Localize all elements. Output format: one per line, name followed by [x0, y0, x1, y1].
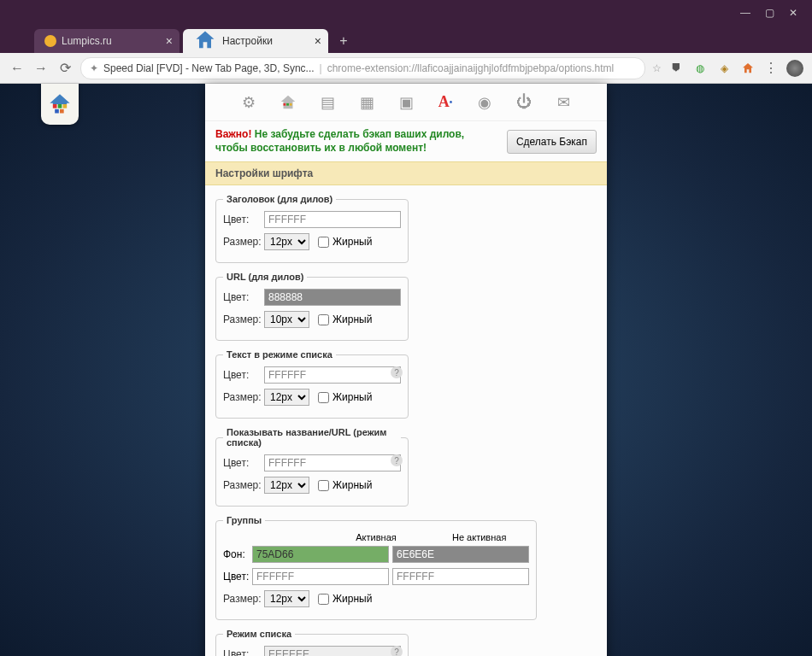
page-viewport: ⚙ ▤ ▦ ▣ A• ◉ ⏻ ✉ Важно! Не забудьте сдел…	[0, 84, 812, 656]
url-bold-checkbox[interactable]	[318, 314, 329, 325]
home-icon	[193, 28, 217, 55]
fieldset-show-title: Показывать название/URL (режим списка) ?…	[215, 427, 409, 507]
section-title: Настройки шрифта	[205, 161, 607, 185]
heading-color-input[interactable]	[264, 211, 401, 228]
heading-bold-checkbox[interactable]	[318, 237, 329, 248]
color-label: Цвет:	[223, 457, 261, 469]
favicon-icon	[44, 35, 56, 47]
avatar[interactable]	[786, 60, 803, 77]
backup-button[interactable]: Сделать Бэкап	[507, 130, 597, 154]
mail-icon[interactable]: ✉	[553, 92, 574, 113]
close-icon[interactable]: ×	[166, 34, 173, 48]
help-icon[interactable]: ?	[391, 646, 403, 656]
warning-important-label: Важно!	[215, 128, 251, 140]
power-icon[interactable]: ⏻	[514, 92, 534, 113]
size-label: Размер:	[223, 236, 261, 248]
page-icon[interactable]: ▤	[317, 92, 338, 113]
url-title: Speed Dial [FVD] - New Tab Page, 3D, Syn…	[103, 62, 315, 74]
menu-button[interactable]: ⋮	[762, 60, 780, 77]
legend-show-title: Показывать название/URL (режим списка)	[223, 427, 401, 448]
forward-button[interactable]: →	[32, 60, 50, 77]
tab-title: Настройки	[222, 35, 273, 47]
color-label: Цвет:	[223, 291, 261, 303]
color-label: Цвет:	[223, 571, 249, 583]
legend-url: URL (для дилов)	[223, 272, 307, 282]
warning-row: Важно! Не забудьте сделать бэкап ваших д…	[205, 121, 607, 161]
size-label: Размер:	[223, 391, 261, 403]
listmode-color-input[interactable]	[264, 646, 401, 656]
url-size-select[interactable]: 10px	[264, 311, 309, 328]
font-icon[interactable]: A•	[435, 92, 456, 113]
groups-size-select[interactable]: 12px	[264, 590, 309, 607]
extension-icons: ⛊ ◍ ◈	[668, 61, 756, 76]
tab-lumpics[interactable]: Lumpics.ru ×	[34, 29, 179, 53]
tv-icon[interactable]: ▣	[396, 92, 416, 113]
close-window-button[interactable]: ✕	[781, 1, 805, 25]
settings-panel: ⚙ ▤ ▦ ▣ A• ◉ ⏻ ✉ Важно! Не забудьте сдел…	[205, 84, 607, 656]
bold-label: Жирный	[332, 236, 372, 248]
globe-icon[interactable]: ◍	[692, 61, 708, 76]
close-icon[interactable]: ×	[315, 34, 321, 48]
fieldset-heading: Заголовок (для дилов) Цвет: Размер: 12px…	[215, 194, 409, 263]
puzzle-icon: ✦	[90, 62, 98, 74]
size-label: Размер:	[223, 313, 261, 325]
url-input[interactable]: ✦ Speed Dial [FVD] - New Tab Page, 3D, S…	[80, 57, 645, 79]
svg-rect-2	[63, 104, 68, 108]
url-color-input[interactable]	[264, 289, 401, 306]
maximize-button[interactable]: ▢	[757, 1, 781, 25]
fieldset-groups: Группы Активная Не активная Фон: Цвет:	[215, 515, 537, 620]
groups-active-color-input[interactable]	[252, 568, 389, 585]
color-label: Цвет:	[223, 214, 261, 226]
shield-icon[interactable]: ⛊	[668, 61, 684, 76]
color-label: Цвет:	[223, 369, 261, 381]
groups-active-bg-input[interactable]	[252, 546, 389, 563]
browser-tabbar: Lumpics.ru × Настройки × +	[0, 26, 812, 53]
image-icon[interactable]: ▦	[356, 92, 377, 113]
groups-inactive-color-input[interactable]	[392, 568, 529, 585]
svg-rect-7	[290, 102, 292, 105]
showtitle-size-select[interactable]: 12px	[264, 477, 309, 494]
listtext-color-input[interactable]	[264, 366, 401, 384]
font-settings-content: Заголовок (для дилов) Цвет: Размер: 12px…	[205, 185, 607, 656]
heading-size-select[interactable]: 12px	[264, 233, 309, 250]
showtitle-color-input[interactable]	[264, 454, 401, 472]
settings-toolbar: ⚙ ▤ ▦ ▣ A• ◉ ⏻ ✉	[205, 84, 607, 121]
fieldset-list-text: Текст в режиме списка ? Цвет: Размер: 12…	[215, 349, 409, 419]
tab-settings[interactable]: Настройки ×	[183, 29, 328, 53]
back-button[interactable]: ←	[9, 60, 26, 77]
home-icon[interactable]	[278, 92, 298, 113]
legend-list-mode: Режим списка	[223, 629, 295, 639]
showtitle-bold-checkbox[interactable]	[318, 480, 329, 491]
svg-rect-4	[60, 109, 64, 114]
cube-icon[interactable]: ◈	[716, 61, 732, 76]
new-tab-button[interactable]: +	[332, 29, 356, 53]
groups-inactive-bg-input[interactable]	[392, 546, 529, 563]
svg-rect-6	[286, 102, 289, 105]
bold-label: Жирный	[332, 593, 372, 605]
home-icon	[48, 92, 72, 116]
home-ext-icon[interactable]	[740, 61, 756, 76]
legend-groups: Группы	[223, 515, 265, 525]
svg-rect-5	[284, 102, 286, 105]
bold-label: Жирный	[332, 313, 372, 325]
star-icon[interactable]: ☆	[652, 62, 662, 74]
active-header: Активная	[327, 532, 427, 542]
listtext-bold-checkbox[interactable]	[318, 392, 329, 403]
svg-rect-1	[58, 104, 62, 108]
groups-bold-checkbox[interactable]	[318, 594, 329, 605]
bg-label: Фон:	[223, 548, 249, 560]
home-badge[interactable]	[41, 84, 79, 125]
size-label: Размер:	[223, 593, 261, 605]
sync-icon[interactable]: ◉	[474, 92, 495, 113]
address-bar: ← → ⟳ ✦ Speed Dial [FVD] - New Tab Page,…	[0, 53, 812, 84]
inactive-header: Не активная	[429, 532, 529, 542]
url-path: chrome-extension://llaficoajjainaijghjlo…	[327, 62, 615, 74]
minimize-button[interactable]: —	[733, 1, 757, 25]
fieldset-url: URL (для дилов) Цвет: Размер: 10px Жирны…	[215, 272, 409, 341]
size-label: Размер:	[223, 479, 261, 491]
color-label: Цвет:	[223, 648, 261, 656]
listtext-size-select[interactable]: 12px	[264, 389, 309, 406]
gear-icon[interactable]: ⚙	[238, 92, 259, 113]
reload-button[interactable]: ⟳	[56, 60, 74, 77]
bold-label: Жирный	[332, 479, 372, 491]
